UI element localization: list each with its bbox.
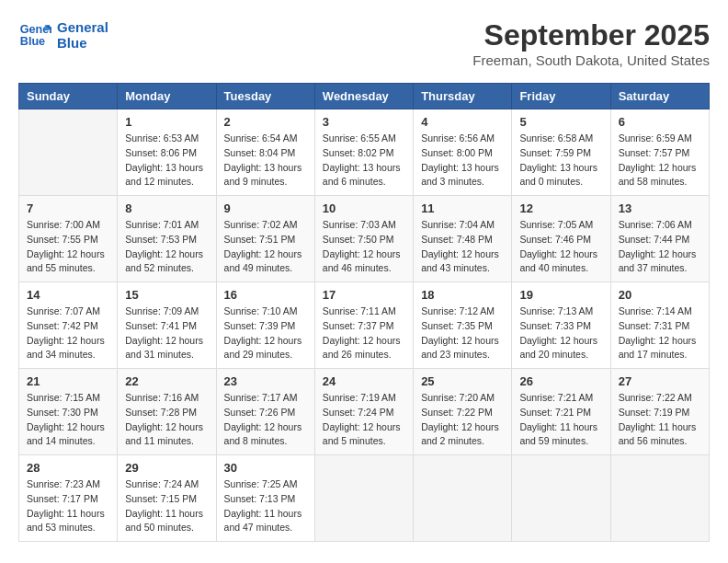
day-info: Sunrise: 7:17 AMSunset: 7:26 PMDaylight:… — [224, 391, 307, 449]
calendar-week-row: 7Sunrise: 7:00 AMSunset: 7:55 PMDaylight… — [19, 196, 710, 282]
day-number: 7 — [27, 201, 109, 215]
day-info: Sunrise: 7:13 AMSunset: 7:33 PMDaylight:… — [519, 304, 602, 362]
calendar-cell: 9Sunrise: 7:02 AMSunset: 7:51 PMDaylight… — [216, 196, 314, 282]
day-info: Sunrise: 7:11 AMSunset: 7:37 PMDaylight:… — [323, 304, 405, 362]
page-title: September 2025 — [472, 18, 710, 52]
calendar-cell: 22Sunrise: 7:16 AMSunset: 7:28 PMDayligh… — [118, 369, 216, 455]
calendar-cell: 2Sunrise: 6:54 AMSunset: 8:04 PMDaylight… — [216, 109, 314, 196]
calendar-cell: 8Sunrise: 7:01 AMSunset: 7:53 PMDaylight… — [118, 196, 216, 282]
day-number: 15 — [125, 288, 208, 302]
day-info: Sunrise: 7:24 AMSunset: 7:15 PMDaylight:… — [125, 477, 208, 535]
day-number: 29 — [125, 461, 208, 475]
calendar-week-row: 21Sunrise: 7:15 AMSunset: 7:30 PMDayligh… — [19, 369, 710, 455]
calendar-cell: 5Sunrise: 6:58 AMSunset: 7:59 PMDaylight… — [512, 109, 610, 196]
calendar-day-header: Thursday — [414, 84, 512, 109]
day-number: 24 — [323, 374, 405, 388]
calendar-cell: 10Sunrise: 7:03 AMSunset: 7:50 PMDayligh… — [314, 196, 413, 282]
day-number: 30 — [224, 461, 307, 475]
calendar-day-header: Friday — [512, 84, 610, 109]
day-info: Sunrise: 7:15 AMSunset: 7:30 PMDaylight:… — [27, 391, 109, 449]
day-info: Sunrise: 6:53 AMSunset: 8:06 PMDaylight:… — [125, 132, 208, 190]
calendar-cell: 18Sunrise: 7:12 AMSunset: 7:35 PMDayligh… — [414, 282, 512, 369]
logo: General Blue General Blue — [18, 18, 108, 52]
title-block: September 2025 Freeman, South Dakota, Un… — [472, 18, 710, 68]
calendar-cell: 16Sunrise: 7:10 AMSunset: 7:39 PMDayligh… — [216, 282, 314, 369]
calendar-cell: 20Sunrise: 7:14 AMSunset: 7:31 PMDayligh… — [610, 282, 709, 369]
day-info: Sunrise: 7:05 AMSunset: 7:46 PMDaylight:… — [519, 218, 602, 276]
calendar-day-header: Sunday — [19, 84, 118, 109]
day-number: 21 — [27, 374, 109, 388]
day-info: Sunrise: 6:54 AMSunset: 8:04 PMDaylight:… — [224, 132, 307, 190]
day-info: Sunrise: 7:22 AMSunset: 7:19 PMDaylight:… — [619, 391, 701, 449]
day-number: 11 — [421, 201, 504, 215]
day-info: Sunrise: 7:23 AMSunset: 7:17 PMDaylight:… — [27, 477, 109, 535]
day-info: Sunrise: 7:03 AMSunset: 7:50 PMDaylight:… — [323, 218, 405, 276]
day-info: Sunrise: 6:59 AMSunset: 7:57 PMDaylight:… — [619, 132, 701, 190]
day-number: 27 — [619, 374, 701, 388]
calendar-cell — [19, 109, 118, 196]
calendar-cell: 4Sunrise: 6:56 AMSunset: 8:00 PMDaylight… — [414, 109, 512, 196]
day-number: 6 — [619, 115, 701, 129]
day-number: 5 — [519, 115, 602, 129]
day-info: Sunrise: 7:01 AMSunset: 7:53 PMDaylight:… — [125, 218, 208, 276]
calendar-cell: 12Sunrise: 7:05 AMSunset: 7:46 PMDayligh… — [512, 196, 610, 282]
calendar-cell: 26Sunrise: 7:21 AMSunset: 7:21 PMDayligh… — [512, 369, 610, 455]
calendar-cell: 28Sunrise: 7:23 AMSunset: 7:17 PMDayligh… — [19, 455, 118, 542]
day-number: 2 — [224, 115, 307, 129]
page-subtitle: Freeman, South Dakota, United States — [472, 52, 710, 68]
calendar-cell — [314, 455, 413, 542]
day-info: Sunrise: 7:07 AMSunset: 7:42 PMDaylight:… — [27, 304, 109, 362]
calendar-cell — [414, 455, 512, 542]
day-info: Sunrise: 7:10 AMSunset: 7:39 PMDaylight:… — [224, 304, 307, 362]
calendar-cell: 23Sunrise: 7:17 AMSunset: 7:26 PMDayligh… — [216, 369, 314, 455]
calendar-cell: 1Sunrise: 6:53 AMSunset: 8:06 PMDaylight… — [118, 109, 216, 196]
calendar-cell: 7Sunrise: 7:00 AMSunset: 7:55 PMDaylight… — [19, 196, 118, 282]
day-info: Sunrise: 7:00 AMSunset: 7:55 PMDaylight:… — [27, 218, 109, 276]
day-info: Sunrise: 7:02 AMSunset: 7:51 PMDaylight:… — [224, 218, 307, 276]
day-info: Sunrise: 7:06 AMSunset: 7:44 PMDaylight:… — [619, 218, 701, 276]
calendar-cell: 17Sunrise: 7:11 AMSunset: 7:37 PMDayligh… — [314, 282, 413, 369]
calendar-cell — [610, 455, 709, 542]
calendar-header-row: SundayMondayTuesdayWednesdayThursdayFrid… — [19, 84, 710, 109]
day-number: 26 — [519, 374, 602, 388]
day-info: Sunrise: 7:14 AMSunset: 7:31 PMDaylight:… — [619, 304, 701, 362]
day-number: 18 — [421, 288, 504, 302]
calendar-day-header: Monday — [118, 84, 216, 109]
calendar-cell: 13Sunrise: 7:06 AMSunset: 7:44 PMDayligh… — [610, 196, 709, 282]
day-number: 13 — [619, 201, 701, 215]
day-number: 8 — [125, 201, 208, 215]
day-info: Sunrise: 7:16 AMSunset: 7:28 PMDaylight:… — [125, 391, 208, 449]
calendar-cell: 6Sunrise: 6:59 AMSunset: 7:57 PMDaylight… — [610, 109, 709, 196]
calendar-day-header: Wednesday — [314, 84, 413, 109]
day-info: Sunrise: 7:12 AMSunset: 7:35 PMDaylight:… — [421, 304, 504, 362]
calendar-cell: 14Sunrise: 7:07 AMSunset: 7:42 PMDayligh… — [19, 282, 118, 369]
logo-text: General — [57, 19, 108, 35]
day-number: 16 — [224, 288, 307, 302]
day-number: 10 — [323, 201, 405, 215]
calendar-day-header: Saturday — [610, 84, 709, 109]
calendar-cell — [512, 455, 610, 542]
day-info: Sunrise: 6:55 AMSunset: 8:02 PMDaylight:… — [323, 132, 405, 190]
svg-text:Blue: Blue — [20, 35, 45, 48]
calendar-cell: 15Sunrise: 7:09 AMSunset: 7:41 PMDayligh… — [118, 282, 216, 369]
day-number: 20 — [619, 288, 701, 302]
calendar-cell: 24Sunrise: 7:19 AMSunset: 7:24 PMDayligh… — [314, 369, 413, 455]
day-info: Sunrise: 6:56 AMSunset: 8:00 PMDaylight:… — [421, 132, 504, 190]
calendar-cell: 27Sunrise: 7:22 AMSunset: 7:19 PMDayligh… — [610, 369, 709, 455]
day-number: 9 — [224, 201, 307, 215]
day-number: 1 — [125, 115, 208, 129]
day-number: 23 — [224, 374, 307, 388]
calendar-cell: 19Sunrise: 7:13 AMSunset: 7:33 PMDayligh… — [512, 282, 610, 369]
day-info: Sunrise: 7:19 AMSunset: 7:24 PMDaylight:… — [323, 391, 405, 449]
calendar-day-header: Tuesday — [216, 84, 314, 109]
calendar-table: SundayMondayTuesdayWednesdayThursdayFrid… — [18, 83, 710, 542]
logo-text2: Blue — [57, 35, 108, 51]
day-info: Sunrise: 6:58 AMSunset: 7:59 PMDaylight:… — [519, 132, 602, 190]
day-number: 3 — [323, 115, 405, 129]
day-number: 19 — [519, 288, 602, 302]
day-info: Sunrise: 7:20 AMSunset: 7:22 PMDaylight:… — [421, 391, 504, 449]
logo-icon: General Blue — [18, 18, 51, 52]
calendar-cell: 3Sunrise: 6:55 AMSunset: 8:02 PMDaylight… — [314, 109, 413, 196]
day-number: 17 — [323, 288, 405, 302]
calendar-cell: 21Sunrise: 7:15 AMSunset: 7:30 PMDayligh… — [19, 369, 118, 455]
